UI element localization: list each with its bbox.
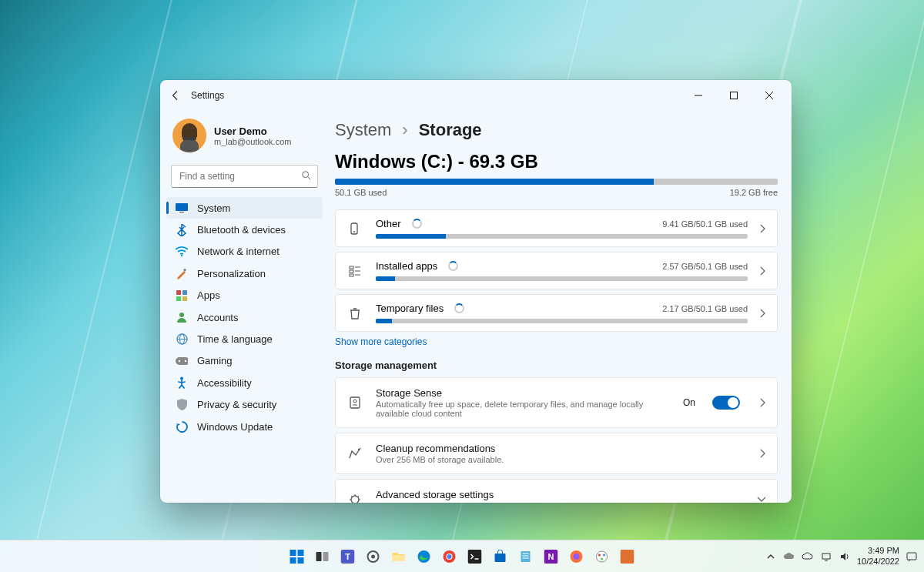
app-title: Settings	[191, 90, 224, 101]
close-button[interactable]	[752, 83, 787, 108]
svg-point-14	[179, 360, 180, 362]
storage-category-card[interactable]: Other9.41 GB/50.1 GB used	[335, 209, 778, 247]
chevron-right-icon	[760, 266, 766, 276]
teams-icon[interactable]: T	[337, 546, 359, 567]
category-icon	[346, 306, 363, 320]
nav-item-wifi[interactable]: Network & internet	[166, 241, 323, 263]
mgmt-icon	[346, 447, 363, 460]
user-profile[interactable]: User Demo m_lab@outlook.com	[166, 115, 323, 163]
svg-rect-8	[176, 296, 181, 301]
breadcrumb-parent[interactable]: System	[335, 120, 391, 140]
nav-item-shield[interactable]: Privacy & security	[166, 394, 323, 416]
svg-rect-42	[521, 551, 531, 562]
nav-item-system[interactable]: System	[166, 197, 323, 219]
svg-text:T: T	[345, 552, 350, 561]
category-stat: 2.17 GB/50.1 GB used	[662, 304, 748, 313]
nav-label: Time & language	[197, 333, 273, 345]
nav-item-gamepad[interactable]: Gaming	[166, 350, 323, 372]
notifications-icon[interactable]	[906, 550, 918, 563]
mgmt-card[interactable]: Advanced storage settingsBackup options,…	[335, 479, 778, 503]
terminal-icon[interactable]	[464, 546, 486, 567]
nav-item-accessibility[interactable]: Accessibility	[166, 372, 323, 393]
update-icon	[176, 420, 188, 433]
svg-rect-21	[350, 274, 353, 276]
onenote-icon[interactable]: N	[541, 546, 562, 567]
storage-category-card[interactable]: Installed apps2.57 GB/50.1 GB used	[335, 252, 778, 289]
minimize-button[interactable]	[681, 83, 716, 108]
svg-rect-41	[495, 554, 506, 562]
page-title: Storage	[419, 120, 482, 140]
svg-rect-0	[731, 92, 738, 99]
onedrive-tray-icon[interactable]	[783, 550, 795, 563]
svg-rect-40	[468, 550, 482, 564]
show-more-categories-link[interactable]: Show more categories	[335, 336, 778, 347]
network-tray-icon[interactable]	[820, 550, 832, 563]
mgmt-desc: Automatically free up space, delete temp…	[376, 400, 671, 418]
svg-rect-5	[183, 269, 186, 272]
breadcrumb: System › Storage	[335, 120, 778, 140]
nav-label: Windows Update	[197, 421, 273, 433]
nav-label: Bluetooth & devices	[197, 224, 286, 236]
nav-label: Accounts	[197, 312, 238, 323]
back-button[interactable]	[165, 85, 186, 106]
category-stat: 9.41 GB/50.1 GB used	[662, 219, 748, 229]
main-content: System › Storage Windows (C:) - 69.3 GB …	[326, 111, 792, 503]
category-label: Other	[376, 218, 401, 229]
mgmt-title: Storage Sense	[376, 387, 671, 399]
mgmt-desc: Backup options, Storage Spaces, other di…	[376, 501, 699, 503]
store-icon[interactable]	[490, 546, 511, 567]
drive-title: Windows (C:) - 69.3 GB	[335, 151, 778, 172]
nav-item-brush[interactable]: Personalization	[166, 263, 323, 284]
firefox-icon[interactable]	[566, 546, 588, 567]
volume-tray-icon[interactable]	[839, 550, 851, 563]
svg-rect-9	[182, 296, 187, 301]
drive-used: 50.1 GB used	[335, 188, 387, 197]
user-name: User Demo	[214, 125, 291, 137]
category-bar	[376, 276, 748, 281]
svg-point-16	[180, 377, 183, 380]
search-box[interactable]	[171, 165, 318, 188]
category-icon	[346, 222, 363, 236]
svg-point-39	[447, 554, 452, 559]
avatar	[172, 119, 206, 152]
mgmt-icon	[346, 493, 363, 503]
taskbar: T N 3:49 PM 10/24/2022	[0, 540, 924, 572]
app-icon[interactable]	[617, 546, 638, 567]
taskbar-center: T N	[286, 546, 638, 567]
chrome-icon[interactable]	[439, 546, 460, 567]
maximize-button[interactable]	[716, 83, 752, 108]
storage-category-card[interactable]: Temporary files2.17 GB/50.1 GB used	[335, 294, 778, 332]
storage-sense-toggle[interactable]	[712, 396, 740, 410]
category-bar	[376, 234, 748, 239]
nav-item-apps[interactable]: Apps	[166, 285, 323, 306]
nav-item-person[interactable]: Accounts	[166, 306, 323, 328]
paint-icon[interactable]	[591, 546, 613, 567]
task-view-button[interactable]	[312, 546, 333, 567]
tray-chevron-icon[interactable]	[765, 550, 777, 563]
file-explorer-icon[interactable]	[388, 546, 410, 567]
svg-rect-20	[350, 270, 353, 273]
svg-point-25	[351, 496, 359, 503]
loading-spinner-icon	[448, 261, 458, 271]
svg-point-47	[597, 551, 608, 562]
chevron-right-icon: ›	[402, 120, 407, 140]
search-input[interactable]	[171, 165, 318, 188]
cloud-tray-icon[interactable]	[802, 550, 814, 563]
edge-icon[interactable]	[413, 546, 435, 567]
start-button[interactable]	[286, 546, 308, 567]
nav-item-update[interactable]: Windows Update	[166, 416, 323, 437]
settings-taskbar-icon[interactable]	[363, 546, 384, 567]
mgmt-title: Cleanup recommendations	[376, 443, 748, 454]
svg-point-1	[303, 172, 309, 178]
nav-item-globe[interactable]: Time & language	[166, 328, 323, 350]
bluetooth-icon	[176, 224, 188, 236]
notepad-icon[interactable]	[515, 546, 537, 567]
search-icon	[301, 170, 312, 181]
nav-label: Accessibility	[197, 377, 252, 389]
mgmt-card[interactable]: Storage SenseAutomatically free up space…	[335, 377, 778, 428]
category-label: Installed apps	[376, 260, 437, 272]
mgmt-card[interactable]: Cleanup recommendationsOver 256 MB of st…	[335, 433, 778, 474]
nav-item-bluetooth[interactable]: Bluetooth & devices	[166, 219, 323, 240]
svg-rect-30	[316, 552, 322, 561]
taskbar-clock[interactable]: 3:49 PM 10/24/2022	[857, 546, 899, 566]
